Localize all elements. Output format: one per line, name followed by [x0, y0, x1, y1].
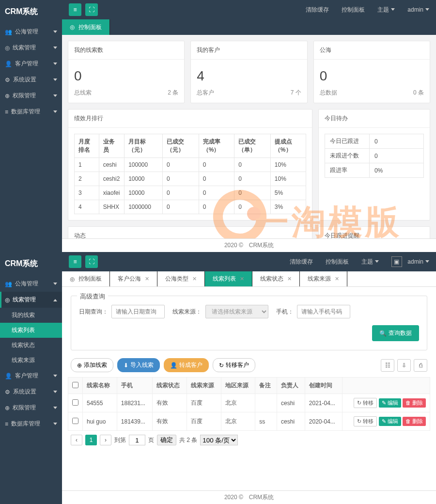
tabbar: ◎ 控制面板 — [62, 19, 436, 35]
sidebar-subitem[interactable]: 线索列表 — [0, 323, 62, 338]
pager-next[interactable]: › — [100, 435, 111, 445]
sidebar-item[interactable]: ◎线索管理 — [0, 40, 62, 56]
chevron-icon — [53, 283, 57, 287]
pager-confirm-button[interactable]: 确定 — [157, 435, 176, 445]
print-button[interactable]: ⎙ — [414, 359, 427, 372]
row-edit-button[interactable]: ✎ 编辑 — [379, 417, 401, 426]
dashboard-link[interactable]: 控制面板 — [342, 6, 365, 14]
export-button[interactable]: ⇩ — [397, 359, 411, 372]
pager: ‹ 1 › 到第 页 确定 共 2 条 100 条/页 — [68, 431, 430, 449]
chevron-down-icon — [53, 47, 57, 51]
date-input[interactable] — [111, 305, 165, 318]
phone-input[interactable] — [297, 305, 350, 318]
sidebar-item[interactable]: ⊕权限管理 — [0, 400, 62, 416]
sidebar-subitem[interactable]: 线索来源 — [0, 353, 62, 368]
plus-icon: ⊕ — [77, 362, 82, 369]
sidebar-top: CRM系统 👥公海管理◎线索管理👤客户管理⚙系统设置⊕权限管理≡数据库管理 — [0, 0, 62, 252]
tab[interactable]: 客户公海✕ — [110, 271, 157, 286]
brand: CRM系统 — [0, 252, 62, 276]
sidebar-item[interactable]: ⊕权限管理 — [0, 88, 62, 104]
chevron-down-icon — [53, 63, 57, 67]
row-transfer-button[interactable]: ↻ 转移 — [354, 398, 377, 408]
transfer-customer-button[interactable]: ↻转移客户 — [213, 358, 255, 372]
chevron-down-icon — [425, 260, 429, 265]
close-icon[interactable]: ✕ — [192, 276, 197, 282]
pager-prev[interactable]: ‹ — [71, 435, 82, 445]
user-dropdown[interactable]: ▣ admin — [391, 256, 429, 267]
rank-table: 月度排名业务员月目标（元）已成交（元）完成率（%）已成交（单）提成点（%）1ce… — [74, 134, 306, 214]
sidebar-item[interactable]: 👥公海管理 — [0, 24, 62, 40]
fullscreen-button[interactable]: ⛶ — [85, 255, 98, 268]
menu-icon: 👥 — [5, 29, 12, 35]
menu-icon: ⊕ — [5, 93, 10, 99]
pager-page-1[interactable]: 1 — [85, 435, 97, 445]
columns-button[interactable]: ☷ — [381, 359, 394, 372]
import-clue-button[interactable]: ⬇导入线索 — [117, 358, 160, 372]
close-icon[interactable]: ✕ — [287, 276, 292, 282]
clear-cache-link[interactable]: 清除缓存 — [306, 6, 329, 14]
row-edit-button[interactable]: ✎ 编辑 — [379, 398, 401, 408]
footer: 2020 © CRM系统 — [62, 490, 436, 504]
menu-icon: ≡ — [5, 109, 8, 115]
source-label: 线索来源： — [172, 308, 202, 315]
topbar: ≡ ⛶ 清除缓存 控制面板 主题 admin — [62, 0, 436, 19]
clear-cache-link[interactable]: 清除缓存 — [290, 258, 313, 266]
add-clue-button[interactable]: ⊕添加线索 — [71, 358, 113, 372]
source-select[interactable]: 请选择线索来源 — [205, 305, 268, 318]
chevron-down-icon — [53, 79, 57, 83]
stat-card: 我的线索数0总线索2 条 — [68, 41, 185, 103]
row-checkbox[interactable] — [72, 399, 78, 406]
clue-table: 线索名称手机线索状态线索来源地区来源备注负责人创建时间 54555188231.… — [68, 377, 430, 431]
select-all-checkbox[interactable] — [72, 382, 78, 388]
theme-dropdown[interactable]: 主题 — [361, 258, 379, 266]
chevron-down-icon — [391, 8, 395, 13]
pager-size-select[interactable]: 100 条/页 — [200, 435, 238, 445]
topbar: ≡ ⛶ 清除缓存 控制面板 主题 ▣ admin — [62, 252, 436, 271]
user-dropdown[interactable]: admin — [407, 6, 429, 13]
stat-card: 公海0总数据0 条 — [313, 41, 430, 103]
sidebar-item[interactable]: ≡数据库管理 — [0, 104, 62, 120]
tabbar: ◎控制面板客户公海✕公海类型✕线索列表✕线索状态✕线索来源✕ — [62, 271, 436, 287]
shell-dashboard: CRM系统 👥公海管理◎线索管理👤客户管理⚙系统设置⊕权限管理≡数据库管理 ≡ … — [0, 0, 436, 252]
menu-icon: ◎ — [5, 45, 10, 51]
sidebar-subitem[interactable]: 线索状态 — [0, 338, 62, 353]
dashboard-link[interactable]: 控制面板 — [326, 258, 349, 266]
sidebar-item[interactable]: ◎线索管理 — [0, 292, 62, 308]
close-icon[interactable]: ✕ — [145, 276, 149, 282]
tab[interactable]: 线索来源✕ — [300, 271, 347, 286]
tab[interactable]: ◎控制面板 — [62, 271, 110, 286]
query-button[interactable]: 🔍查询数据 — [372, 325, 419, 341]
close-icon[interactable]: ✕ — [240, 276, 244, 282]
todo-card: 今日待办 今日已跟进0未跟进个数0跟进率0% — [318, 109, 430, 220]
sidebar-item[interactable]: 👤客户管理 — [0, 56, 62, 72]
tab-dashboard[interactable]: ◎ 控制面板 — [62, 19, 110, 35]
tab[interactable]: 线索状态✕ — [252, 271, 300, 286]
chevron-icon — [53, 375, 57, 379]
close-icon[interactable]: ✕ — [335, 276, 339, 282]
advanced-search-panel: 高级查询 日期查询： 线索来源： 请选择线索来源 手机： 🔍查询数据 — [71, 296, 427, 350]
rank-title: 绩效月排行 — [68, 110, 312, 128]
tab[interactable]: 公海类型✕ — [157, 271, 205, 286]
row-transfer-button[interactable]: ↻ 转移 — [354, 416, 377, 426]
sidebar-item[interactable]: 👤客户管理 — [0, 368, 62, 384]
menu-icon: ⚙ — [5, 389, 10, 395]
sidebar-item[interactable]: ⚙系统设置 — [0, 72, 62, 88]
row-delete-button[interactable]: 🗑 删除 — [403, 417, 426, 426]
sidebar-subitem[interactable]: 我的线索 — [0, 308, 62, 323]
sidebar-item[interactable]: ≡数据库管理 — [0, 416, 62, 432]
pager-goto-input[interactable] — [129, 435, 145, 445]
sidebar-item[interactable]: 👥公海管理 — [0, 276, 62, 292]
shell-clue-list: CRM系统 👥公海管理◎线索管理我的线索线索列表线索状态线索来源👤客户管理⚙系统… — [0, 252, 436, 504]
row-checkbox[interactable] — [72, 418, 78, 424]
fullscreen-button[interactable]: ⛶ — [85, 3, 98, 16]
table-row: 54555188231...有效 百度北京 ceshi2021-04... ↻ … — [68, 394, 430, 412]
tab[interactable]: 线索列表✕ — [205, 271, 252, 286]
theme-dropdown[interactable]: 主题 — [377, 6, 395, 14]
chevron-down-icon — [375, 260, 379, 265]
toggle-sidebar-button[interactable]: ≡ — [69, 255, 81, 268]
convert-customer-button[interactable]: 👤转成客户 — [164, 358, 209, 372]
toggle-sidebar-button[interactable]: ≡ — [69, 3, 81, 16]
reminder-card: 今日跟进提醒 — [318, 226, 430, 238]
sidebar-item[interactable]: ⚙系统设置 — [0, 384, 62, 400]
row-delete-button[interactable]: 🗑 删除 — [403, 398, 426, 408]
